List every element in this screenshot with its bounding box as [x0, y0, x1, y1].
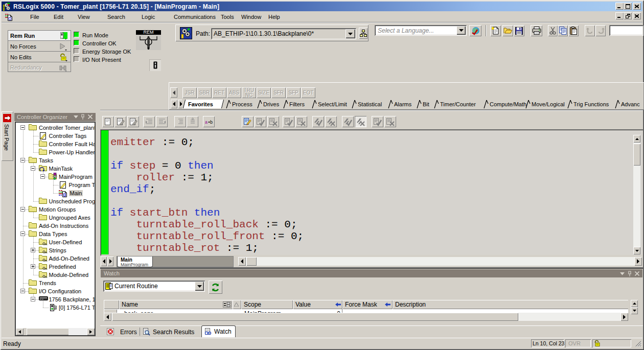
svg-text:a: a	[205, 120, 208, 125]
svg-text:1: 1	[64, 194, 65, 197]
svg-text:b: b	[210, 120, 213, 125]
